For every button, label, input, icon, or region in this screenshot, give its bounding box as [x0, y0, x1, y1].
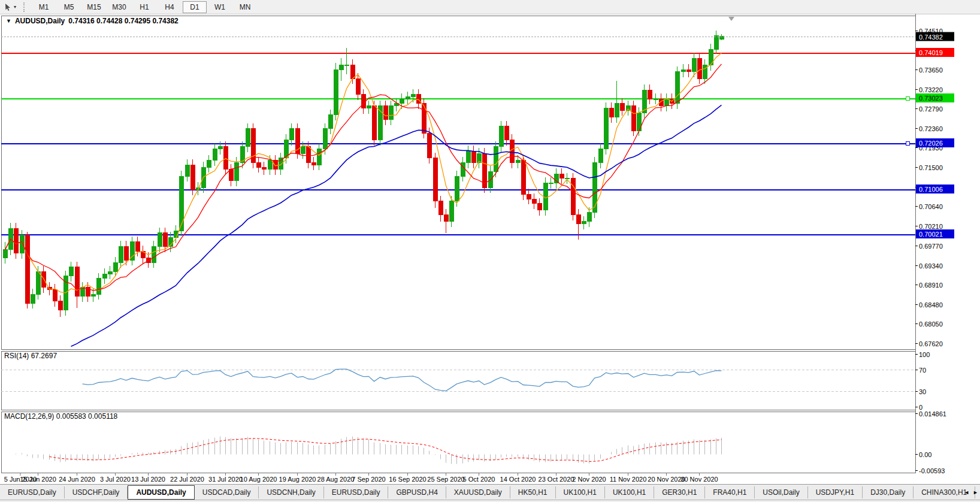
- timeframe-button-m1[interactable]: M1: [32, 1, 56, 13]
- timeframe-button-mn[interactable]: MN: [233, 1, 257, 13]
- price-tag-0.72026: 0.72026: [916, 138, 954, 147]
- svg-text:14 Oct 2020: 14 Oct 2020: [500, 476, 536, 483]
- svg-text:0.68480: 0.68480: [919, 301, 943, 309]
- tab-uk100-h1[interactable]: UK100,H1: [605, 486, 654, 498]
- tab-eurusd-daily[interactable]: EURUSD,Daily: [0, 486, 65, 498]
- svg-text:23 Oct 2020: 23 Oct 2020: [539, 476, 574, 483]
- timeframe-button-m30[interactable]: M30: [107, 1, 131, 13]
- svg-text:0.70021: 0.70021: [919, 231, 943, 238]
- svg-text:7 Sep 2020: 7 Sep 2020: [352, 476, 385, 483]
- tab-usdchf-daily[interactable]: USDCHF,Daily: [65, 486, 128, 498]
- tab-scroll-left-icon[interactable]: ◄: [964, 489, 969, 495]
- svg-text:0.67620: 0.67620: [919, 340, 943, 347]
- svg-text:-0.00593: -0.00593: [919, 467, 945, 474]
- svg-text:0.69340: 0.69340: [919, 262, 943, 270]
- svg-text:0.70210: 0.70210: [919, 223, 943, 230]
- cursor-tool-icon: [4, 3, 12, 11]
- rsi-value: 67.2697: [31, 352, 57, 360]
- rsi-indicator-label: RSI(14) 67.2697: [4, 352, 57, 360]
- status-bar-edge: [0, 500, 980, 502]
- crosshair-tool-button[interactable]: ▾: [1, 1, 19, 13]
- svg-text:100: 100: [919, 351, 930, 358]
- svg-text:0.72026: 0.72026: [919, 140, 943, 147]
- svg-text:25 Sep 2020: 25 Sep 2020: [427, 476, 464, 483]
- rsi-pane[interactable]: [1, 351, 915, 410]
- timeframe-button-m15[interactable]: M15: [82, 1, 106, 13]
- svg-text:19 Aug 2020: 19 Aug 2020: [279, 476, 316, 483]
- tab-usdjpy-h1[interactable]: USDJPY,H1: [808, 486, 863, 498]
- chart-tabs-bar: EURUSD,DailyUSDCHF,DailyAUDUSD,DailyUSDC…: [0, 484, 980, 500]
- rsi-levels: 10070300: [1, 351, 930, 411]
- svg-text:10 Aug 2020: 10 Aug 2020: [240, 476, 277, 483]
- timeframe-button-d1[interactable]: D1: [183, 1, 207, 13]
- macd-pane[interactable]: [1, 412, 915, 473]
- svg-text:20 Nov 2020: 20 Nov 2020: [648, 476, 685, 483]
- tab-usdcnh-daily[interactable]: USDCNH,Daily: [259, 486, 323, 498]
- tab-scroll-right-icon[interactable]: ►: [973, 489, 978, 495]
- tab-ger30-h1[interactable]: GER30,H1: [654, 486, 705, 498]
- rsi-line: [83, 369, 722, 391]
- timeframe-button-w1[interactable]: W1: [208, 1, 232, 13]
- tab-usdcad-daily[interactable]: USDCAD,Daily: [195, 486, 259, 498]
- svg-text:30: 30: [919, 388, 926, 395]
- svg-text:0.73023: 0.73023: [919, 95, 943, 102]
- svg-text:24 Jun 2020: 24 Jun 2020: [59, 476, 95, 483]
- svg-text:0.69770: 0.69770: [919, 243, 943, 250]
- chart-ohlc-values: 0.74316 0.74428 0.74295 0.74382: [68, 17, 179, 25]
- hline-handle[interactable]: [906, 142, 909, 146]
- svg-text:3 Jul 2020: 3 Jul 2020: [100, 476, 131, 483]
- tab-uk100-h1[interactable]: UK100,H1: [556, 486, 605, 498]
- price-tag-0.70021: 0.70021: [916, 229, 954, 238]
- svg-text:0.014861: 0.014861: [919, 410, 946, 418]
- chevron-down-icon[interactable]: ▾: [14, 4, 16, 10]
- chart-title: ▼ AUDUSD,Daily 0.74316 0.74428 0.74295 0…: [6, 17, 179, 25]
- svg-text:0.70640: 0.70640: [919, 203, 943, 210]
- macd-name: MACD(12,26,9): [4, 412, 54, 421]
- tab-gbpusd-h4[interactable]: GBPUSD,H4: [388, 486, 446, 498]
- timeframe-button-m5[interactable]: M5: [57, 1, 81, 13]
- tab-usoil-daily[interactable]: USOil,Daily: [755, 486, 807, 498]
- tab-scroll-arrows: ◄ ►: [964, 485, 978, 500]
- tab-xauusd-daily[interactable]: XAUUSD,Daily: [446, 486, 510, 498]
- chart-shift-marker-icon[interactable]: [728, 17, 734, 21]
- svg-text:31 Jul 2020: 31 Jul 2020: [208, 476, 243, 483]
- svg-text:0.73220: 0.73220: [919, 86, 943, 93]
- candles-layer: [3, 31, 724, 317]
- timeframe-button-h4[interactable]: H4: [158, 1, 182, 13]
- svg-text:0.72360: 0.72360: [919, 125, 943, 132]
- rsi-name: RSI(14): [4, 352, 29, 360]
- svg-text:0.68910: 0.68910: [919, 282, 943, 289]
- svg-text:15 Jun 2020: 15 Jun 2020: [20, 476, 56, 483]
- svg-text:5 Oct 2020: 5 Oct 2020: [463, 476, 495, 483]
- svg-text:70: 70: [919, 367, 926, 374]
- timeframe-button-group: M1M5M15M30H1H4D1W1MN: [31, 0, 258, 14]
- svg-text:0.71500: 0.71500: [919, 164, 943, 171]
- macd-histogram: [16, 437, 722, 464]
- svg-text:0.72790: 0.72790: [919, 105, 943, 113]
- chart-symbol-period: AUDUSD,Daily: [15, 17, 65, 25]
- tab-fra40-h1[interactable]: FRA40,H1: [705, 486, 755, 498]
- tab-dj30-daily[interactable]: DJ30,Daily: [863, 486, 914, 498]
- svg-text:0.68050: 0.68050: [919, 320, 943, 328]
- tab-hk50-h1[interactable]: HK50,H1: [510, 486, 556, 498]
- timeframe-button-h1[interactable]: H1: [132, 1, 156, 13]
- svg-text:28 Aug 2020: 28 Aug 2020: [317, 476, 355, 483]
- collapse-triangle-icon[interactable]: ▼: [6, 18, 11, 24]
- svg-text:11 Nov 2020: 11 Nov 2020: [610, 476, 647, 483]
- hline-handle[interactable]: [906, 97, 909, 101]
- price-tag-0.71006: 0.71006: [916, 185, 954, 193]
- svg-text:0.71006: 0.71006: [919, 186, 943, 193]
- svg-text:16 Sep 2020: 16 Sep 2020: [389, 476, 426, 483]
- svg-text:0.00: 0.00: [919, 451, 931, 458]
- svg-text:0.73650: 0.73650: [919, 66, 943, 74]
- toolbar-grip[interactable]: [23, 2, 28, 12]
- chart-canvas[interactable]: 0.745100.740800.736500.732200.727900.723…: [0, 14, 980, 484]
- macd-indicator-label: MACD(12,26,9) 0.005583 0.005118: [4, 412, 117, 421]
- svg-text:13 Jul 2020: 13 Jul 2020: [131, 476, 165, 483]
- price-tag-0.73023: 0.73023: [916, 93, 954, 102]
- macd-values: 0.005583 0.005118: [56, 412, 118, 421]
- chart-tabs: EURUSD,DailyUSDCHF,DailyAUDUSD,DailyUSDC…: [0, 485, 980, 500]
- tab-eurusd-daily[interactable]: EURUSD,Daily: [324, 486, 389, 498]
- svg-text:30 Nov 2020: 30 Nov 2020: [680, 476, 718, 483]
- tab-audusd-daily[interactable]: AUDUSD,Daily: [128, 485, 194, 500]
